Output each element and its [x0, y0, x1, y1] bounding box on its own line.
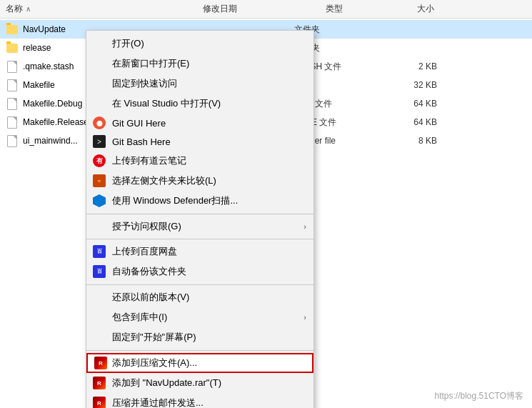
- folder-icon: [6, 41, 19, 54]
- youdao-icon: 有: [92, 154, 106, 168]
- menu-item-compare[interactable]: ≈ 选择左侧文件夹来比较(L): [86, 171, 313, 191]
- file-size: 2 KB: [380, 61, 437, 71]
- baidu-backup-icon: 百: [92, 264, 106, 279]
- menu-item-git-gui[interactable]: ⬤ Git GUI Here: [86, 114, 313, 132]
- git-gui-icon: ⬤: [92, 116, 106, 130]
- menu-separator-2: [86, 239, 313, 239]
- compare-icon: ≈: [92, 174, 106, 188]
- submenu-arrow-icon: ›: [303, 222, 306, 231]
- git-bash-icon: [92, 134, 106, 149]
- col-header-size[interactable]: 大小: [377, 3, 434, 15]
- baidu-upload-icon: 百: [92, 244, 106, 259]
- menu-item-add-to-archive[interactable]: R 添加到压缩文件(A)...: [86, 353, 313, 373]
- winrar-archive-icon: R: [94, 356, 108, 370]
- file-icon: [6, 134, 19, 147]
- file-size: 64 KB: [380, 117, 437, 127]
- menu-item-compress-email[interactable]: R 压缩并通过邮件发送...: [86, 393, 313, 408]
- folder-icon: [6, 23, 19, 36]
- defender-icon: [92, 194, 106, 208]
- menu-item-open-visual-studio[interactable]: 在 Visual Studio 中打开(V): [86, 94, 313, 114]
- menu-item-baidu-upload[interactable]: 百 上传到百度网盘: [86, 242, 313, 262]
- menu-item-pin-quick-access[interactable]: 固定到快速访问: [86, 74, 313, 94]
- file-icon: [6, 79, 19, 91]
- winrar-add-icon: R: [92, 376, 106, 390]
- menu-item-defender[interactable]: 使用 Windows Defender扫描...: [86, 191, 313, 211]
- menu-separator-1: [86, 214, 313, 214]
- file-size: 8 KB: [380, 136, 437, 146]
- submenu-arrow-icon: ›: [303, 313, 306, 322]
- menu-item-git-bash[interactable]: Git Bash Here: [86, 132, 313, 151]
- menu-item-pin-start[interactable]: 固定到"开始"屏幕(P): [86, 327, 313, 347]
- menu-item-grant-access[interactable]: 授予访问权限(G) ›: [86, 217, 313, 237]
- watermark: https://blog.51CTO博客: [435, 390, 524, 402]
- col-header-name[interactable]: 名称 ∧: [6, 3, 149, 15]
- menu-separator-4: [86, 350, 313, 351]
- col-header-date[interactable]: 修改日期: [149, 3, 291, 15]
- file-size: 64 KB: [380, 99, 437, 109]
- context-menu: 打开(O) 在新窗口中打开(E) 固定到快速访问 在 Visual Studio…: [86, 30, 314, 408]
- menu-item-auto-backup[interactable]: 百 自动备份该文件夹: [86, 262, 313, 282]
- menu-item-youdao[interactable]: 有 上传到有道云笔记: [86, 151, 313, 171]
- file-icon: [6, 60, 19, 73]
- menu-item-open-new-window[interactable]: 在新窗口中打开(E): [86, 54, 313, 74]
- menu-separator-3: [86, 284, 313, 285]
- file-icon: [6, 97, 19, 110]
- menu-item-open[interactable]: 打开(O): [86, 34, 313, 54]
- winrar-email-icon: R: [92, 396, 106, 408]
- column-headers: 名称 ∧ 修改日期 类型 大小: [0, 0, 532, 19]
- col-header-type[interactable]: 类型: [291, 3, 377, 15]
- file-icon: [6, 116, 19, 129]
- menu-item-restore-prev[interactable]: 还原以前的版本(V): [86, 287, 313, 307]
- explorer-window: 名称 ∧ 修改日期 类型 大小 NavUpdate 文件夹 release 文件…: [0, 0, 532, 408]
- sort-arrow-icon: ∧: [26, 5, 31, 13]
- menu-item-add-navupdate-rar[interactable]: R 添加到 "NavUpdate.rar"(T): [86, 373, 313, 393]
- menu-item-include-library[interactable]: 包含到库中(I) ›: [86, 307, 313, 327]
- file-size: 32 KB: [380, 80, 437, 90]
